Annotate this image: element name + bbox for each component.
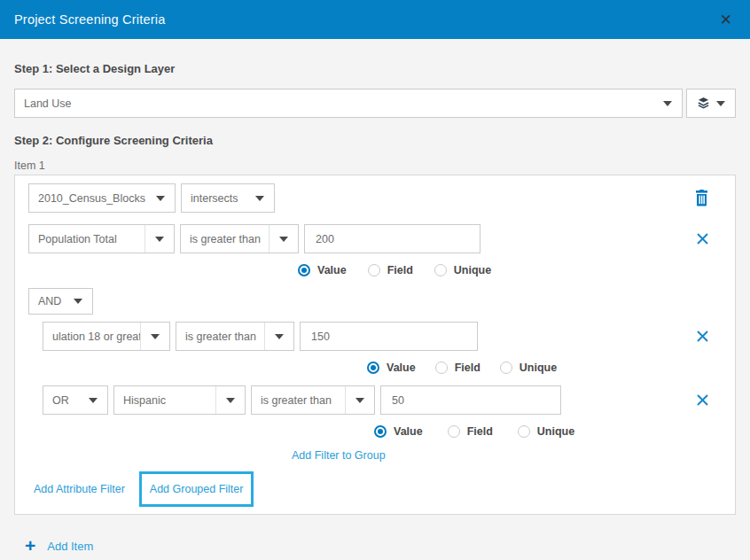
filterB-logical-operator-value: OR <box>43 394 78 407</box>
design-layer-row: Land Use <box>14 89 736 118</box>
radio-unique-label: Unique <box>454 264 491 276</box>
filterA-operator-value: is greater than <box>176 331 264 343</box>
project-screening-criteria-dialog: Project Screening Criteria ✕ Step 1: Sel… <box>0 0 750 560</box>
spatial-operator-value: intersects <box>182 192 245 205</box>
caret-cell <box>245 184 274 212</box>
radio-unique-label: Unique <box>537 425 574 438</box>
filter1-mode-radios: Value Field Unique <box>298 263 722 277</box>
radio-circle <box>374 425 387 438</box>
close-icon <box>696 393 709 407</box>
spatial-filter-row: 2010_Census_Blocks intersects <box>28 183 722 213</box>
close-icon <box>696 232 709 245</box>
screening-layer-value: 2010_Census_Blocks <box>29 192 145 205</box>
chevron-down-icon <box>716 101 725 106</box>
caret-cell <box>345 386 374 414</box>
filterA-field-select[interactable]: ulation 18 or greater <box>43 322 170 351</box>
grouped-filters: ulation 18 or greater is greater than <box>28 322 722 463</box>
radio-value-label: Value <box>394 425 423 438</box>
filter1-value-input[interactable] <box>304 224 480 253</box>
chevron-down-icon <box>355 398 364 403</box>
dialog-title: Project Screening Criteria <box>14 12 165 27</box>
filterA-value-input[interactable] <box>300 322 478 351</box>
chevron-down-icon <box>255 196 264 201</box>
radio-field[interactable]: Field <box>435 362 480 374</box>
caret-cell <box>140 323 169 350</box>
chevron-down-icon <box>663 101 672 106</box>
chevron-down-icon <box>89 398 98 403</box>
add-grouped-filter-callout: Add Grouped Filter <box>139 471 254 507</box>
dialog-body: Step 1: Select a Design Layer Land Use S… <box>0 62 750 554</box>
add-item-button[interactable]: + Add Item <box>14 538 736 554</box>
radio-field-label: Field <box>455 362 480 374</box>
filterA-operator-select[interactable]: is greater than <box>176 322 294 351</box>
chevron-down-icon <box>275 334 284 339</box>
radio-circle <box>434 264 447 276</box>
step1-label: Step 1: Select a Design Layer <box>14 62 736 75</box>
screening-layer-select[interactable]: 2010_Census_Blocks <box>28 183 176 213</box>
close-icon[interactable]: ✕ <box>716 11 736 29</box>
radio-unique[interactable]: Unique <box>518 425 574 438</box>
caret-cell <box>145 184 175 212</box>
radio-unique[interactable]: Unique <box>434 264 491 276</box>
item-panel: 2010_Census_Blocks intersects <box>14 175 736 515</box>
radio-unique[interactable]: Unique <box>500 362 557 374</box>
chevron-down-icon <box>279 237 288 242</box>
item-actions-row: Add Attribute Filter Add Grouped Filter <box>28 470 722 509</box>
radio-value-label: Value <box>317 264 347 276</box>
group-logical-operator-select[interactable]: AND <box>28 288 93 315</box>
plus-icon: + <box>25 538 35 554</box>
caret-cell <box>652 89 682 117</box>
filterB-value-input[interactable] <box>380 385 561 415</box>
radio-value-label: Value <box>387 362 416 374</box>
radio-circle <box>500 362 512 374</box>
filterA-mode-radios: Value Field Unique <box>367 361 722 375</box>
design-layer-select[interactable]: Land Use <box>14 89 683 118</box>
dialog-header: Project Screening Criteria ✕ <box>0 0 750 39</box>
radio-value[interactable]: Value <box>374 425 423 438</box>
filter1-operator-select[interactable]: is greater than <box>180 224 299 253</box>
filter1-operator-value: is greater than <box>181 233 269 245</box>
radio-value[interactable]: Value <box>298 264 347 276</box>
grouped-filter-a-row: ulation 18 or greater is greater than <box>43 322 722 351</box>
radio-field-label: Field <box>387 264 413 276</box>
caret-cell <box>264 323 293 350</box>
filterB-operator-value: is greater than <box>252 394 345 407</box>
add-attribute-filter-link[interactable]: Add Attribute Filter <box>34 483 125 495</box>
radio-field[interactable]: Field <box>368 264 413 276</box>
chevron-down-icon <box>156 196 165 201</box>
delete-item-button[interactable] <box>694 190 709 206</box>
radio-circle <box>298 264 310 276</box>
radio-value[interactable]: Value <box>367 362 416 374</box>
trash-icon <box>694 190 709 206</box>
radio-circle <box>367 362 379 374</box>
filter1-field-value: Population Total <box>29 233 145 245</box>
layer-options-button[interactable] <box>686 89 736 118</box>
filterB-operator-select[interactable]: is greater than <box>251 385 375 415</box>
spatial-operator-select[interactable]: intersects <box>181 183 275 213</box>
radio-circle <box>435 362 448 374</box>
caret-cell <box>215 386 245 414</box>
remove-filterA-button[interactable] <box>696 330 709 343</box>
chevron-down-icon <box>151 334 160 339</box>
remove-filterB-button[interactable] <box>696 393 709 407</box>
chevron-down-icon <box>155 237 164 242</box>
group-logic-row: AND <box>28 288 722 315</box>
remove-filter1-button[interactable] <box>696 232 709 245</box>
filterB-field-select[interactable]: Hispanic <box>113 385 246 415</box>
radio-circle <box>518 425 530 438</box>
add-grouped-filter-link[interactable]: Add Grouped Filter <box>150 483 244 495</box>
design-layer-value: Land Use <box>15 97 652 110</box>
filterB-logical-operator-select[interactable]: OR <box>43 385 108 415</box>
radio-circle <box>368 264 380 276</box>
chevron-down-icon <box>74 299 82 304</box>
grouped-filter-b-row: OR Hispanic is greater than <box>43 385 722 415</box>
step2-label: Step 2: Configure Screening Criteria <box>14 134 736 147</box>
caret-cell <box>63 289 92 314</box>
radio-unique-label: Unique <box>520 362 557 374</box>
add-item-label: Add Item <box>47 540 93 553</box>
add-filter-to-group-link[interactable]: Add Filter to Group <box>292 449 722 463</box>
filter1-field-select[interactable]: Population Total <box>28 224 175 253</box>
radio-field[interactable]: Field <box>448 425 493 438</box>
layers-icon <box>697 97 710 110</box>
caret-cell <box>78 386 107 414</box>
